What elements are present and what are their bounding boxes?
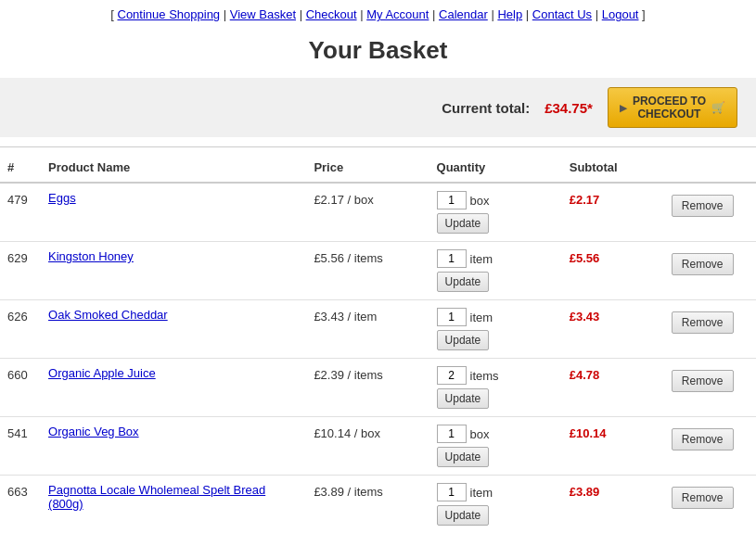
proceed-to-checkout-button[interactable]: ▶ PROCEED TOCHECKOUT 🛒 (608, 87, 737, 128)
subtotal-cell: £3.43 (562, 300, 664, 359)
col-header-subtotal: Subtotal (562, 153, 664, 183)
total-label: Current total: (442, 100, 530, 116)
table-row: 541 Organic Veg Box £10.14 / box box Upd… (0, 417, 756, 476)
calendar-link[interactable]: Calendar (439, 7, 488, 21)
remove-button[interactable]: Remove (672, 370, 734, 392)
cart-icon: 🛒 (711, 101, 725, 114)
view-basket-link[interactable]: View Basket (230, 7, 296, 21)
product-link[interactable]: Pagnotta Locale Wholemeal Spelt Bread (8… (48, 483, 265, 511)
qty-unit: items (470, 369, 499, 383)
price-cell: £2.17 / box (306, 183, 429, 242)
product-link[interactable]: Kingston Honey (48, 249, 134, 263)
nav-bracket-open: [ (110, 7, 117, 21)
action-cell: Remove (664, 359, 756, 417)
update-button[interactable]: Update (437, 388, 490, 409)
action-cell: Remove (664, 242, 756, 300)
table-row: 663 Pagnotta Locale Wholemeal Spelt Brea… (0, 476, 756, 534)
price-cell: £3.43 / item (306, 300, 429, 359)
product-name-cell: Oak Smoked Cheddar (41, 300, 306, 359)
page-title: Your Basket (0, 36, 756, 65)
col-header-number: # (0, 153, 41, 183)
table-row: 626 Oak Smoked Cheddar £3.43 / item item… (0, 300, 756, 359)
play-icon: ▶ (620, 103, 627, 113)
basket-table: # Product Name Price Quantity Subtotal 4… (0, 153, 756, 533)
quantity-cell: item Update (429, 300, 562, 359)
help-link[interactable]: Help (497, 7, 522, 21)
remove-button[interactable]: Remove (672, 487, 734, 509)
price-cell: £2.39 / items (306, 359, 429, 417)
action-cell: Remove (664, 476, 756, 534)
quantity-cell: box Update (429, 417, 562, 476)
price-cell: £3.89 / items (306, 476, 429, 534)
col-header-product: Product Name (41, 153, 306, 183)
remove-button[interactable]: Remove (672, 428, 734, 451)
row-id: 663 (0, 476, 41, 534)
col-header-quantity: Quantity (429, 153, 562, 183)
update-button[interactable]: Update (437, 330, 490, 350)
quantity-input[interactable] (437, 191, 467, 209)
remove-button[interactable]: Remove (672, 253, 734, 275)
update-button[interactable]: Update (437, 447, 490, 467)
qty-unit: box (470, 427, 490, 441)
action-cell: Remove (664, 417, 756, 476)
quantity-cell: box Update (429, 183, 562, 242)
quantity-cell: item Update (429, 242, 562, 300)
proceed-label: PROCEED TOCHECKOUT (633, 95, 706, 121)
col-header-action (664, 153, 756, 183)
subtotal-cell: £3.89 (562, 476, 664, 534)
subtotal-cell: £5.56 (562, 242, 664, 300)
col-header-price: Price (306, 153, 429, 183)
qty-unit: item (470, 252, 493, 266)
product-link[interactable]: Eggs (48, 191, 76, 205)
row-id: 541 (0, 417, 41, 476)
action-cell: Remove (664, 183, 756, 242)
quantity-input[interactable] (437, 425, 467, 443)
row-id: 660 (0, 359, 41, 417)
product-name-cell: Pagnotta Locale Wholemeal Spelt Bread (8… (41, 476, 306, 534)
summary-bar: Current total: £34.75* ▶ PROCEED TOCHECK… (0, 78, 756, 137)
quantity-input[interactable] (437, 249, 467, 268)
subtotal-cell: £2.17 (562, 183, 664, 242)
table-row: 479 Eggs £2.17 / box box Update £2.17 Re… (0, 183, 756, 242)
action-cell: Remove (664, 300, 756, 359)
quantity-input[interactable] (437, 483, 467, 501)
qty-unit: item (470, 486, 493, 500)
remove-button[interactable]: Remove (672, 195, 734, 217)
quantity-input[interactable] (437, 308, 467, 326)
nav-bar: [ Continue Shopping | View Basket | Chec… (0, 0, 756, 27)
price-cell: £10.14 / box (306, 417, 429, 476)
row-id: 629 (0, 242, 41, 300)
product-name-cell: Kingston Honey (41, 242, 306, 300)
nav-bracket-close: ] (642, 7, 646, 21)
qty-unit: item (470, 311, 493, 324)
product-name-cell: Organic Veg Box (41, 417, 306, 476)
row-id: 626 (0, 300, 41, 359)
subtotal-cell: £4.78 (562, 359, 664, 417)
my-account-link[interactable]: My Account (366, 7, 429, 21)
subtotal-cell: £10.14 (562, 417, 664, 476)
product-link[interactable]: Organic Apple Juice (48, 366, 156, 380)
update-button[interactable]: Update (437, 272, 490, 292)
update-button[interactable]: Update (437, 505, 490, 526)
checkout-link[interactable]: Checkout (306, 7, 357, 21)
divider (0, 146, 756, 147)
contact-us-link[interactable]: Contact Us (532, 7, 592, 21)
product-name-cell: Organic Apple Juice (41, 359, 306, 417)
row-id: 479 (0, 183, 41, 242)
quantity-input[interactable] (437, 366, 467, 385)
price-cell: £5.56 / items (306, 242, 429, 300)
total-amount: £34.75* (545, 100, 593, 116)
logout-link[interactable]: Logout (602, 7, 639, 21)
quantity-cell: item Update (429, 476, 562, 534)
update-button[interactable]: Update (437, 213, 490, 234)
table-row: 629 Kingston Honey £5.56 / items item Up… (0, 242, 756, 300)
qty-unit: box (470, 194, 490, 208)
remove-button[interactable]: Remove (672, 311, 734, 334)
product-link[interactable]: Organic Veg Box (48, 425, 139, 438)
product-link[interactable]: Oak Smoked Cheddar (48, 308, 168, 322)
product-name-cell: Eggs (41, 183, 306, 242)
continue-shopping-link[interactable]: Continue Shopping (118, 7, 221, 21)
quantity-cell: items Update (429, 359, 562, 417)
table-row: 660 Organic Apple Juice £2.39 / items it… (0, 359, 756, 417)
